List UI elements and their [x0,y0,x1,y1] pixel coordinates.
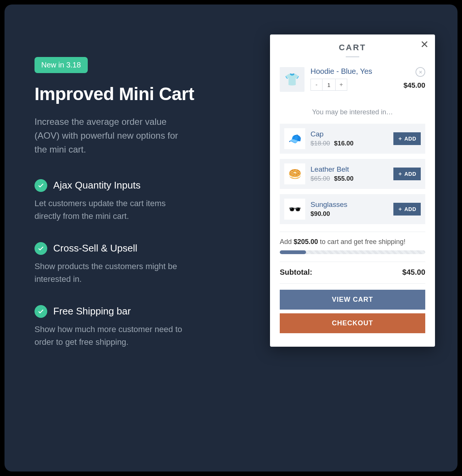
check-icon [34,305,47,318]
qty-minus-button[interactable]: - [311,79,322,90]
view-cart-button[interactable]: VIEW CART [280,290,425,310]
mini-cart-panel: CART 👕 Hoodie - Blue, Yes - 1 + $45.00 Y… [270,34,435,347]
check-icon [34,179,47,192]
product-thumb: 🧢 [284,128,305,149]
qty-plus-button[interactable]: + [336,79,347,90]
product-thumb: 🥯 [284,163,305,184]
old-price: $18.00 [310,140,330,147]
feature-title: Cross-Sell & Upsell [53,242,137,254]
feature-desc: Let customers update the cart items dire… [34,197,192,223]
add-label: ADD [404,136,416,142]
feature-title: Free Shipping bar [53,305,131,317]
suggestion-name[interactable]: Cap [310,130,388,138]
suggestion-item: 🥯 Leather Belt $65.00 $55.00 ADD [280,159,425,189]
page-headline: Improved Mini Cart [34,84,248,104]
add-label: ADD [404,171,416,177]
page-subhead: Increase the average order value (AOV) w… [34,115,192,157]
subtotal-value: $45.00 [402,268,425,277]
checkout-button[interactable]: CHECKOUT [280,313,425,333]
divider [280,232,425,232]
suggestion-name[interactable]: Sunglasses [310,201,388,209]
feature-free-shipping: Free Shipping bar Show how much more cus… [34,305,248,349]
cart-item-name[interactable]: Hoodie - Blue, Yes [310,67,398,76]
add-to-cart-button[interactable]: ADD [393,132,421,145]
feature-desc: Show how much more customer need to orde… [34,323,192,349]
product-thumb: 🕶️ [284,199,305,220]
free-shipping-progress [280,250,425,254]
old-price: $65.00 [310,175,330,182]
title-divider [346,56,359,57]
divider [280,283,425,284]
remove-item-button[interactable] [416,67,425,77]
add-to-cart-button[interactable]: ADD [393,168,421,180]
divider [280,262,425,262]
new-price: $55.00 [334,175,354,182]
new-price: $90.00 [310,210,330,217]
add-to-cart-button[interactable]: ADD [393,203,421,216]
suggestion-item: 🧢 Cap $18.00 $16.00 ADD [280,124,425,154]
cart-line-item: 👕 Hoodie - Blue, Yes - 1 + $45.00 [280,67,425,92]
progress-fill [280,250,306,254]
close-icon[interactable] [420,40,429,49]
product-thumb: 👕 [280,67,304,92]
add-label: ADD [404,206,416,212]
cross-sell-heading: You may be interested in… [280,108,425,116]
subtotal-label: Subtotal: [280,268,312,277]
qty-value: 1 [322,79,336,90]
new-price: $16.00 [334,140,354,147]
free-shipping-message: Add $205.00 to cart and get free shippin… [280,238,425,246]
feature-desc: Show products the customers might be int… [34,260,192,286]
quantity-stepper: - 1 + [310,79,347,91]
feature-title: Ajax Quantity Inputs [53,180,141,191]
cart-item-price: $45.00 [404,81,425,90]
suggestion-name[interactable]: Leather Belt [310,165,388,174]
cart-title: CART [280,43,425,52]
feature-cross-sell: Cross-Sell & Upsell Show products the cu… [34,242,248,286]
version-badge: New in 3.18 [34,57,88,73]
check-icon [34,242,47,255]
suggestion-item: 🕶️ Sunglasses $90.00 ADD [280,194,425,224]
feature-ajax-qty: Ajax Quantity Inputs Let customers updat… [34,179,248,223]
